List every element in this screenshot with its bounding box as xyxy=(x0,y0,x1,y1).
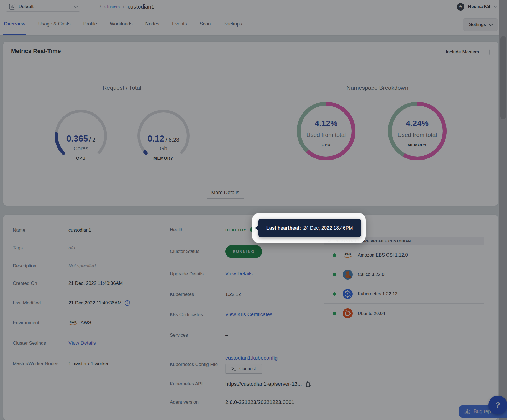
last-heartbeat-tooltip: Last heartbeat: 24 Dec, 2022 18:46PM xyxy=(258,219,361,237)
dim-overlay xyxy=(0,0,507,420)
tooltip-value-text: 24 Dec, 2022 18:46PM xyxy=(303,225,353,231)
tooltip-bold-label: Last heartbeat: xyxy=(266,225,301,231)
tour-spotlight: Last heartbeat: 24 Dec, 2022 18:46PM xyxy=(252,213,366,243)
cluster-overview-page: Default / Clusters / custodian1 ★ Resma … xyxy=(0,0,507,420)
